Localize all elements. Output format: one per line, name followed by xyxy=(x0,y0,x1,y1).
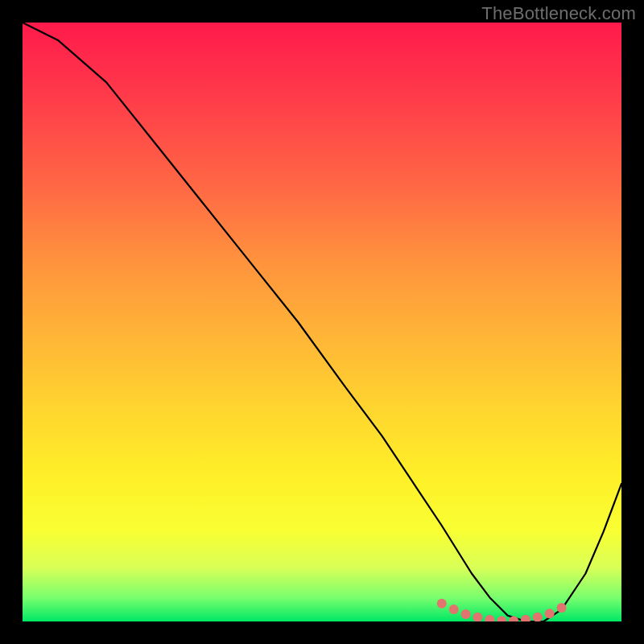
bottleneck-marker xyxy=(461,609,471,619)
plot-area xyxy=(23,23,621,621)
chart-stage: TheBottleneck.com xyxy=(0,0,644,644)
bottleneck-marker xyxy=(449,605,459,614)
bottleneck-marker xyxy=(521,615,530,621)
bottleneck-marker xyxy=(533,613,543,621)
bottleneck-marker xyxy=(473,613,482,621)
bottleneck-marker xyxy=(497,616,506,621)
bottleneck-marker xyxy=(437,599,447,609)
bottleneck-marker xyxy=(557,603,567,613)
bottleneck-marker xyxy=(485,615,494,621)
bottleneck-curve xyxy=(23,23,621,621)
chart-overlay xyxy=(23,23,621,621)
bottleneck-marker xyxy=(545,609,555,618)
watermark-text: TheBottleneck.com xyxy=(481,3,636,24)
